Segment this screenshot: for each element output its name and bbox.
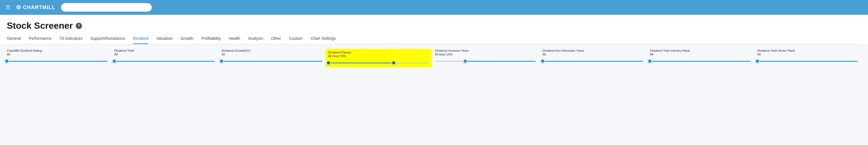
tab-general[interactable]: General [7,36,21,44]
slider-range [329,63,394,64]
filter-dividend-yield-value: All [114,53,215,56]
filter-dividend-non-decrease-years-slider[interactable] [542,58,643,64]
page-title: Stock Screener [7,21,73,31]
filter-dividend-yield-label: Dividend Yield [114,49,215,52]
search-input[interactable] [61,3,152,11]
slider-thumb-left[interactable] [540,59,545,64]
tab-support-resistance[interactable]: Support/Resistance [91,36,125,44]
slider-thumb-left[interactable] [4,59,9,64]
slider-track [329,63,429,64]
logo-text: CHARTMILL [23,4,55,10]
filter-dividend-growth-5y-slider[interactable] [221,58,322,64]
slider-thumb-left[interactable] [112,59,117,64]
filter-dividend-growth-5y-value: All [221,53,322,56]
slider-thumb-left[interactable] [648,59,652,64]
filter-chartmill-dividend-rating-label: ChartMill Dividend Rating [7,49,107,52]
filter-chartmill-dividend-rating: ChartMill Dividend Rating All [7,49,111,64]
filter-dividend-yield-sector-rank: Dividend Yield Sector Rank All [754,49,862,64]
tab-profitability[interactable]: Profitability [202,36,221,44]
filter-dividend-increase-years-label: Dividend Increase Years [435,49,536,52]
tab-other[interactable]: Other [271,36,281,44]
filter-dividend-yield-sector-rank-slider[interactable] [757,58,858,64]
filter-dividend-non-decrease-years-label: Dividend Non Decrease Years [542,49,643,52]
tab-performance[interactable]: Performance [29,36,52,44]
slider-track [542,61,643,62]
header: ☰ ⚙ CHARTMILL [0,0,868,15]
tab-dividend[interactable]: Dividend [133,36,148,44]
filter-dividend-yield-industry-rank-label: Dividend Yield Industry Rank [650,49,750,52]
tab-chart-settings[interactable]: Chart Settings [311,36,336,44]
slider-track [221,61,322,62]
slider-track [650,61,750,62]
tab-analysts[interactable]: Analysts [248,36,263,44]
filter-dividend-yield-industry-rank: Dividend Yield Industry Rank All [647,49,754,64]
tab-ta-indicators[interactable]: TA Indicators [60,36,83,44]
slider-range [465,61,535,62]
filter-dividend-increase-years-slider[interactable] [435,58,536,64]
logo-icon: ⚙ [16,4,21,11]
tab-growth[interactable]: Growth [181,36,193,44]
help-icon[interactable]: ? [76,23,82,29]
filter-dividend-yield-sector-rank-value: All [757,53,858,56]
tab-valuation[interactable]: Valuation [156,36,173,44]
filter-dividend-yield: Dividend Yield All [111,49,218,64]
slider-track [114,61,215,62]
filter-dividend-yield-sector-rank-label: Dividend Yield Sector Rank [757,49,858,52]
main-content: Stock Screener ? General Performance TA … [0,15,868,44]
filter-chartmill-dividend-rating-slider[interactable] [7,58,107,64]
filter-dividend-non-decrease-years: Dividend Non Decrease Years All [539,49,647,64]
filter-dividend-payout-slider[interactable] [329,60,429,66]
logo[interactable]: ⚙ CHARTMILL [16,4,55,11]
title-row: Stock Screener ? [7,21,861,31]
slider-thumb-left[interactable] [326,61,331,65]
slider-track [757,61,858,62]
filter-dividend-payout: Dividend Payout At most 70% [326,49,432,67]
slider-thumb-left[interactable] [219,59,224,64]
filter-dividend-yield-industry-rank-slider[interactable] [650,58,750,64]
slider-thumb-right[interactable] [392,61,396,65]
filter-dividend-payout-label: Dividend Payout [329,51,429,54]
filter-dividend-growth-5y: Dividend Growth(5Y) All [218,49,326,64]
slider-track [435,61,536,62]
slider-track [7,61,107,62]
menu-icon[interactable]: ☰ [6,4,10,10]
filter-dividend-increase-years-value: At least 10% [435,53,536,56]
filter-dividend-yield-slider[interactable] [114,58,215,64]
filter-chartmill-dividend-rating-value: All [7,53,107,56]
filter-dividend-growth-5y-label: Dividend Growth(5Y) [221,49,322,52]
slider-thumb-left[interactable] [463,59,467,64]
filter-dividend-yield-industry-rank-value: All [650,53,750,56]
filter-dividend-non-decrease-years-value: All [542,53,643,56]
tabs-bar: General Performance TA Indicators Suppor… [7,36,861,44]
tab-health[interactable]: Health [229,36,240,44]
filters-section: ChartMill Dividend Rating All Dividend Y… [0,44,868,72]
tab-custom[interactable]: Custom [289,36,303,44]
filter-dividend-payout-value: At most 70% [329,54,429,58]
slider-thumb-left[interactable] [755,59,760,64]
filter-dividend-increase-years: Dividend Increase Years At least 10% [432,49,539,64]
